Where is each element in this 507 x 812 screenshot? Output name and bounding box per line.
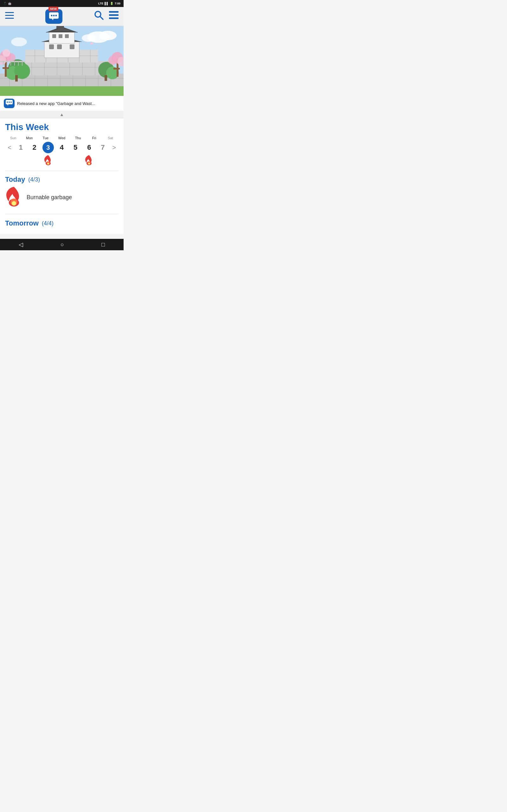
icon-tue-fire [41, 154, 55, 168]
prev-week-button[interactable]: < [5, 144, 14, 151]
tomorrow-section: Tomorrow (4/4) [5, 217, 118, 230]
signal-bars: ▌▌ [105, 2, 109, 5]
svg-rect-55 [57, 44, 62, 49]
calendar-day-3-today[interactable]: 3 [41, 142, 55, 153]
lte-indicator: LTE [98, 2, 103, 5]
tomorrow-label: Tomorrow [5, 219, 39, 227]
status-right: LTE ▌▌ 🔋 7:00 [98, 2, 120, 5]
collapse-bar[interactable]: ▲ [0, 111, 124, 118]
icon-wed [55, 156, 68, 167]
svg-point-94 [47, 163, 49, 165]
calendar: Sun Mon Tue Wed Thu Fri Sat < 1 2 3 4 5 … [5, 136, 118, 168]
svg-point-4 [51, 14, 53, 16]
chevron-up-icon: ▲ [60, 112, 64, 117]
day-header-fri: Fri [86, 136, 102, 141]
bottom-nav: ◁ ○ □ [0, 239, 124, 250]
svg-rect-0 [5, 12, 14, 13]
svg-marker-7 [52, 18, 54, 20]
hamburger-menu-button[interactable] [5, 12, 14, 21]
nav-right-actions [94, 10, 118, 22]
today-garbage-type: Burnable garbage [26, 194, 72, 201]
today-label: Today [5, 175, 25, 184]
chat-notification-button[interactable]: NEW [45, 9, 62, 24]
svg-rect-70 [3, 67, 9, 69]
calendar-day-5[interactable]: 5 [69, 143, 82, 152]
icon-sun [14, 156, 27, 167]
svg-rect-61 [56, 26, 64, 29]
svg-rect-12 [109, 17, 118, 19]
fire-icon-fri [84, 154, 94, 168]
calendar-day-6[interactable]: 6 [82, 143, 96, 152]
status-left: 📱 🤖 [3, 2, 11, 5]
banner-image [0, 26, 124, 96]
svg-rect-65 [15, 75, 18, 82]
recent-apps-button[interactable]: □ [101, 241, 105, 248]
svg-rect-10 [109, 11, 118, 13]
this-week-title: This Week [5, 122, 118, 132]
tomorrow-header: Tomorrow (4/4) [5, 219, 118, 227]
icon-sat [96, 156, 110, 167]
back-button[interactable]: ◁ [19, 241, 23, 248]
svg-point-74 [3, 49, 10, 57]
svg-rect-54 [49, 44, 54, 49]
svg-point-6 [55, 14, 57, 16]
battery-icon: 🔋 [110, 2, 113, 5]
calendar-day-2[interactable]: 2 [27, 143, 41, 152]
svg-point-90 [10, 101, 12, 103]
svg-point-5 [53, 14, 55, 16]
notification-icon: 📱 [3, 2, 7, 5]
svg-point-16 [82, 34, 96, 42]
svg-point-88 [7, 101, 8, 103]
icon-thu [69, 156, 82, 167]
list-view-button[interactable] [109, 11, 118, 21]
svg-rect-2 [5, 18, 14, 19]
today-date: (4/3) [28, 176, 40, 183]
svg-rect-59 [59, 34, 62, 38]
search-button[interactable] [94, 10, 104, 22]
calendar-day-7[interactable]: 7 [96, 143, 110, 152]
svg-rect-58 [52, 34, 56, 38]
home-button[interactable]: ○ [60, 241, 64, 248]
calendar-day-1[interactable]: 1 [14, 143, 27, 152]
svg-point-97 [88, 163, 90, 165]
today-header: Today (4/3) [5, 175, 118, 184]
today-section: Today (4/3) Burnable garbage [5, 173, 118, 211]
today-body: Burnable garbage [5, 186, 118, 209]
svg-point-89 [9, 101, 10, 103]
day-header-thu: Thu [70, 136, 86, 141]
main-content: This Week Sun Mon Tue Wed Thu Fri Sat < … [0, 118, 124, 234]
calendar-dates-row: < 1 2 3 4 5 6 7 > [5, 142, 118, 153]
icon-mon [27, 156, 41, 167]
divider-today [5, 171, 118, 171]
chat-icon-button[interactable] [45, 9, 62, 24]
nav-bar: NEW [0, 7, 124, 26]
day-header-sat: Sat [102, 136, 118, 141]
svg-rect-11 [109, 14, 118, 16]
svg-rect-68 [105, 75, 107, 81]
svg-rect-53 [44, 42, 79, 58]
svg-point-15 [99, 31, 117, 40]
android-icon: 🤖 [8, 2, 11, 5]
day-header-sun: Sun [5, 136, 21, 141]
day-header-tue: Tue [38, 136, 54, 141]
fire-icon-tue [43, 154, 53, 168]
svg-line-9 [100, 16, 103, 19]
svg-point-17 [11, 38, 27, 46]
chat-bubble-icon [4, 99, 14, 108]
day-header-mon: Mon [21, 136, 38, 141]
banner-notification[interactable]: Released a new app "Garbage and Wast... [0, 96, 124, 111]
new-badge: NEW [49, 7, 58, 11]
banner-notification-text: Released a new app "Garbage and Wast... [17, 101, 120, 106]
svg-point-100 [12, 201, 16, 206]
svg-marker-91 [7, 104, 9, 106]
today-fire-icon [5, 186, 23, 209]
svg-rect-1 [5, 15, 14, 16]
divider-tomorrow [5, 214, 118, 214]
next-week-button[interactable]: > [110, 144, 118, 151]
tomorrow-date: (4/4) [42, 220, 54, 227]
svg-rect-80 [0, 61, 25, 62]
icon-fri-fire [82, 154, 96, 168]
calendar-icons-row [5, 154, 118, 168]
svg-rect-60 [65, 34, 69, 38]
calendar-day-4[interactable]: 4 [55, 143, 68, 152]
